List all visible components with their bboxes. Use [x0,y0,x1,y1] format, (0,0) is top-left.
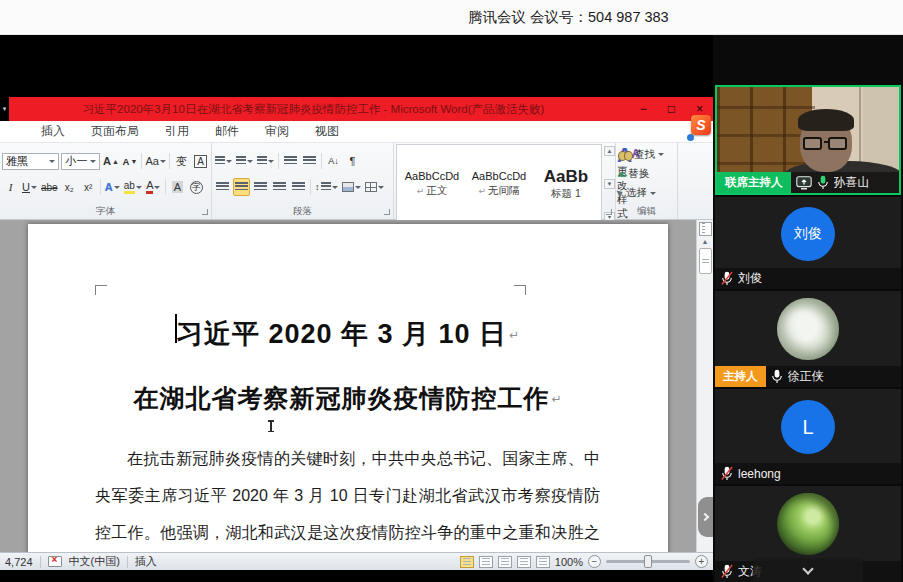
change-case-button[interactable]: Aa [145,152,166,170]
line-spacing-button[interactable]: ↕ [314,178,339,196]
word-title-bar: ▾ 习近平2020年3月10日在湖北省考察新冠肺炎疫情防控工作 - Micros… [0,97,713,121]
outline-view-button[interactable] [517,556,531,568]
zoom-slider[interactable] [606,560,690,563]
numbering-button[interactable] [235,152,254,170]
decrease-indent-button[interactable] [282,152,299,170]
style-card-heading1[interactable]: AaBb 标题 1 [534,147,598,221]
underline-button[interactable]: U [21,178,38,196]
word-count[interactable]: 4,724 [5,556,33,568]
select-cursor-icon [617,189,625,198]
text-effects-button[interactable]: A [104,178,121,196]
participants-collapse-button[interactable] [753,558,863,582]
document-page[interactable]: 习近平 2020 年 3 月 10 日↵ 在湖北省考察新冠肺炎疫情防控工作↵ 在… [28,224,668,552]
style-card-normal[interactable]: AaBbCcDd ↵正文 [400,147,464,221]
participant-name: 刘俊 [738,270,762,287]
editing-group: 查找 ab替换 选择 编辑 [616,143,678,219]
distribute-button[interactable] [290,178,307,196]
participant-tile-liujun[interactable]: 刘俊 刘俊 [715,197,901,289]
tab-insert[interactable]: 插入 [28,121,78,142]
scroll-up-icon: ▲ [604,146,615,156]
styles-dialog-launcher-icon[interactable] [606,209,612,215]
increase-indent-button[interactable] [301,152,318,170]
sort-button[interactable]: A↓ [325,152,342,170]
paragraph-style-icon: ↵ [478,186,486,196]
show-paragraph-marks-button[interactable]: ¶ [344,152,361,170]
zoom-slider-thumb[interactable] [644,555,652,568]
sidebar-collapse-toggle[interactable] [698,497,713,537]
body-line: 控工作。他强调，湖北和武汉是这次疫情防控斗争的重中之重和决胜之 [95,514,600,551]
styles-group: AaBbCcDd ↵正文 AaBbCcDd ↵无间隔 AaBb [394,143,616,219]
align-left-button[interactable] [214,178,231,196]
shrink-font-button[interactable]: A▼ [121,152,138,170]
participant-tile-wentao[interactable]: 文涛 [715,486,901,582]
subscript-button[interactable]: x₂ [61,178,78,196]
zoom-in-button[interactable]: + [695,555,708,568]
scrollbar-thumb[interactable] [699,248,712,274]
character-shading-button[interactable]: A [169,178,186,196]
zoom-out-button[interactable]: − [588,555,601,568]
chevron-down-icon [49,160,55,163]
borders-button[interactable] [364,178,385,196]
font-size-combo[interactable]: 小一 [61,153,100,170]
justify-button[interactable] [271,178,288,196]
participant-name: leehong [738,467,781,481]
enclose-characters-button[interactable]: 字 [188,178,205,196]
find-button[interactable]: 查找 [618,146,675,163]
font-dialog-launcher-icon[interactable] [202,209,208,215]
select-button[interactable]: 选择 [618,185,675,202]
font-group: 雅黑 小一 A▲ A▼ Aa 变 [0,143,212,219]
shading-button[interactable] [341,178,362,196]
ruler-toggle-icon[interactable] [699,222,712,236]
tab-review[interactable]: 审阅 [252,121,302,142]
minimize-icon[interactable]: − [640,103,647,115]
draft-view-button[interactable] [536,556,550,568]
replace-icon: ab [618,170,625,179]
italic-button[interactable]: I [2,178,19,196]
mic-muted-icon [721,271,733,286]
superscript-button[interactable]: x² [80,178,97,196]
chevron-right-icon [700,513,708,521]
participant-name: 徐正侠 [788,368,824,385]
mic-on-icon [771,369,783,384]
tab-mailings[interactable]: 邮件 [202,121,252,142]
style-card-no-spacing[interactable]: AaBbCcDd ↵无间隔 [467,147,531,221]
tab-view[interactable]: 视图 [302,121,352,142]
web-layout-view-button[interactable] [498,556,512,568]
tab-references[interactable]: 引用 [152,121,202,142]
maximize-icon[interactable]: □ [668,103,675,115]
font-name-combo[interactable]: 雅黑 [2,153,59,170]
fullscreen-reading-view-button[interactable] [479,556,493,568]
print-layout-view-button[interactable] [460,556,474,568]
tab-page-layout[interactable]: 页面布局 [78,121,152,142]
quick-access-more-icon[interactable]: ▾ [0,97,9,121]
participant-tile-leehong[interactable]: L leehong [715,389,901,484]
phonetic-guide-button[interactable]: 变 [173,152,190,170]
participant-tile-xuzhengxia[interactable]: 主持人 徐正侠 [715,291,901,387]
strikethrough-button[interactable]: abe [40,178,59,196]
font-color-button[interactable]: A [145,178,162,196]
participant-tile-sunxishan[interactable]: 联席主持人 孙喜山 [715,85,901,195]
language-indicator[interactable]: 中文(中国) [69,554,120,569]
align-center-button[interactable] [233,178,250,196]
paragraph-dialog-launcher-icon[interactable] [384,209,390,215]
align-right-button[interactable] [252,178,269,196]
participant-name: 孙喜山 [834,174,870,191]
document-body: 在抗击新冠肺炎疫情的关键时刻，中共中央总书记、国家主席、中 央军委主席习近平 2… [95,440,600,552]
chevron-down-icon [90,160,96,163]
grow-font-button[interactable]: A▲ [102,152,119,170]
bullets-button[interactable] [214,152,233,170]
zoom-level[interactable]: 100% [555,556,583,568]
scroll-up-icon[interactable]: ▲ [702,238,709,246]
body-line: 地。经过艰苦努力，湖北和武汉疫情防控形势发生积极向好变化，取得 [95,551,600,552]
replace-button[interactable]: ab替换 [618,166,675,183]
character-border-button[interactable]: A [192,152,209,170]
multilevel-list-button[interactable] [256,152,275,170]
word-window: ▾ 习近平2020年3月10日在湖北省考察新冠肺炎疫情防控工作 - Micros… [0,97,713,570]
highlight-color-button[interactable]: ab [123,178,143,196]
sogou-input-icon[interactable]: S [691,115,711,135]
insert-mode-indicator[interactable]: 插入 [135,554,157,569]
proofing-errors-icon[interactable] [48,556,62,567]
paragraph-mark-icon: ↵ [551,392,562,406]
body-line: 在抗击新冠肺炎疫情的关键时刻，中共中央总书记、国家主席、中 [95,440,600,477]
close-icon[interactable]: × [696,103,703,115]
